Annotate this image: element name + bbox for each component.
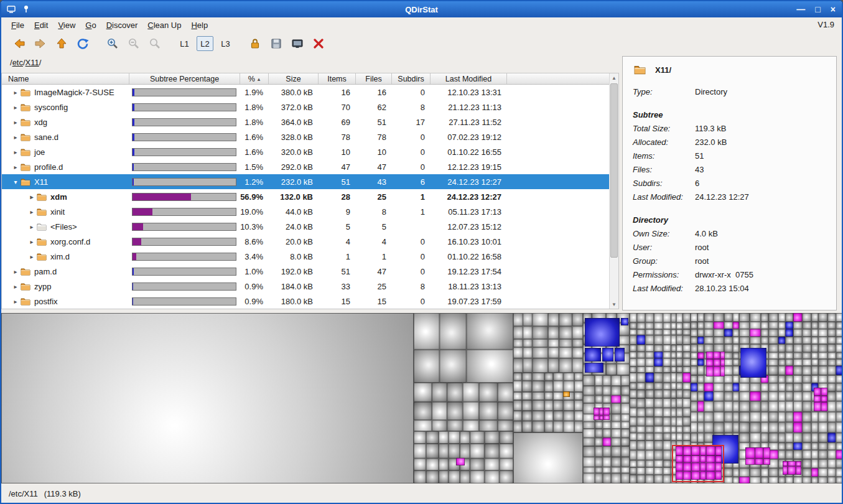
minimize-button[interactable]: — [796, 5, 805, 14]
table-row[interactable]: ▸ xdg 1.8% 364.0 kB 69 51 17 27.11.23 11… [2, 114, 618, 129]
menu-item[interactable]: Help [186, 19, 213, 32]
table-row[interactable]: ▸ xorg.conf.d 8.6% 20.0 kB 4 4 0 16.10.2… [2, 234, 618, 249]
table-row[interactable]: ▸ xdm 56.9% 132.0 kB 28 25 1 24.12.23 12… [2, 189, 618, 204]
files-cell: 15 [356, 294, 392, 309]
menu-item[interactable]: Clean Up [142, 19, 186, 32]
breadcrumb-separator: / [39, 58, 42, 67]
pin-icon[interactable] [21, 4, 31, 14]
expand-arrow-icon[interactable]: ▸ [12, 89, 19, 96]
zoom-reset-button[interactable] [146, 35, 164, 52]
column-header-subtree-percentage[interactable]: Subtree Percentage [129, 73, 240, 84]
close-button[interactable]: × [831, 5, 836, 14]
files-cell: 25 [356, 279, 392, 294]
details-sections: Type: Directory Subtree Total Size: 119.… [633, 85, 826, 296]
column-header-subdirs[interactable]: Subdirs [392, 73, 431, 84]
expand-arrow-icon[interactable]: ▸ [12, 104, 19, 111]
expand-arrow-icon[interactable]: ▸ [28, 223, 35, 230]
expand-arrow-icon[interactable]: ▸ [28, 194, 35, 200]
menu-item-label: Discover [106, 21, 138, 30]
table-row[interactable]: ▸ sane.d 1.6% 328.0 kB 78 78 0 07.02.23 … [2, 129, 618, 144]
files-cell: 51 [356, 114, 392, 129]
file-name: sysconfig [34, 103, 68, 112]
detail-value: Directory [695, 85, 727, 99]
scroll-down-button[interactable]: ▼ [610, 300, 618, 309]
table-row[interactable]: ▸ joe 1.6% 320.0 kB 10 10 0 01.10.22 16:… [2, 144, 618, 159]
forward-button[interactable] [31, 35, 50, 52]
table-row[interactable]: ▸ zypp 0.9% 184.0 kB 33 25 8 18.11.23 13… [2, 279, 618, 294]
table-row[interactable]: ▸ xim.d 3.4% 8.0 kB 1 1 0 01.10.22 16:58 [2, 249, 618, 264]
zoom-out-button[interactable] [124, 35, 143, 52]
column-header-percent[interactable]: %▴ [240, 73, 269, 84]
menu-item[interactable]: Go [80, 19, 101, 32]
back-button[interactable] [10, 35, 29, 52]
refresh-button[interactable] [73, 35, 92, 52]
save-cache-button[interactable] [267, 35, 286, 52]
detail-label: Permissions: [633, 268, 695, 282]
percentage-bar [132, 268, 236, 276]
last-modified-cell: 19.12.23 17:54 [431, 264, 507, 279]
expand-arrow-icon[interactable]: ▸ [28, 208, 35, 215]
table-row[interactable]: ▸ <Files> 10.3% 24.0 kB 5 5 12.07.23 15:… [2, 219, 618, 234]
expand-arrow-icon[interactable]: ▸ [12, 134, 19, 141]
vertical-scrollbar[interactable]: ▲ ▼ [609, 73, 618, 309]
percentage-bar [132, 238, 236, 246]
scrollbar-track[interactable] [610, 82, 618, 300]
expand-arrow-icon[interactable]: ▸ [12, 149, 19, 156]
breadcrumb-link-x11[interactable]: X11 [26, 58, 39, 67]
expand-arrow-icon[interactable]: ▸ [28, 238, 35, 245]
menu-item[interactable]: Discover [101, 19, 143, 32]
table-row[interactable]: ▸ pam.d 1.0% 192.0 kB 51 47 0 19.12.23 1… [2, 264, 618, 279]
level-2-button[interactable]: L2 [197, 36, 213, 51]
last-modified-cell: 24.12.23 12:27 [431, 189, 507, 204]
expand-arrow-icon[interactable]: ▸ [12, 298, 19, 305]
table-row[interactable]: ▾ X11 1.2% 232.0 kB 51 43 6 24.12.23 12:… [2, 174, 618, 189]
size-cell: 364.0 kB [269, 114, 319, 129]
column-header-name[interactable]: Name [2, 73, 129, 84]
table-row[interactable]: ▸ sysconfig 1.8% 372.0 kB 70 62 8 21.12.… [2, 100, 618, 114]
folder-icon [37, 238, 47, 246]
subtree-percentage-cell [129, 204, 240, 219]
level-3-button[interactable]: L3 [217, 36, 234, 51]
table-row[interactable]: ▸ ImageMagick-7-SUSE 1.9% 380.0 kB 16 16… [2, 85, 618, 100]
level-1-button[interactable]: L1 [176, 36, 193, 51]
name-cell: ▸ postfix [2, 294, 129, 309]
scrollbar-thumb[interactable] [610, 83, 618, 258]
column-header-files[interactable]: Files [356, 73, 392, 84]
table-row[interactable]: ▸ postfix 0.9% 180.0 kB 15 15 0 19.07.23… [2, 294, 618, 309]
folder-icon [21, 148, 30, 156]
zoom-in-button[interactable] [103, 35, 122, 52]
folder-icon [37, 253, 47, 261]
detail-value: 232.0 kB [695, 136, 727, 149]
subtree-percentage-cell [129, 100, 240, 114]
treemap-canvas[interactable] [1, 313, 842, 483]
expand-arrow-icon[interactable]: ▾ [12, 179, 19, 185]
window-menu-icon[interactable] [6, 4, 16, 14]
scroll-up-button[interactable]: ▲ [610, 73, 618, 82]
percentage-bar-fill [133, 283, 133, 290]
percentage-bar-fill [133, 238, 141, 245]
unlock-button[interactable] [246, 35, 264, 52]
expand-arrow-icon[interactable]: ▸ [12, 268, 19, 275]
screenshot-button[interactable] [288, 35, 307, 52]
breadcrumb-link-etc[interactable]: etc [12, 58, 23, 67]
column-header-size[interactable]: Size [269, 73, 319, 84]
column-header-last-modified[interactable]: Last Modified [431, 73, 507, 84]
column-header-label: Items [327, 75, 347, 83]
version-label: V1.9 [817, 20, 834, 29]
percent-cell: 1.8% [240, 114, 269, 129]
expand-arrow-icon[interactable]: ▸ [12, 283, 19, 290]
table-row[interactable]: ▸ profile.d 1.5% 292.0 kB 47 47 0 12.12.… [2, 159, 618, 174]
up-button[interactable] [52, 35, 71, 52]
expand-arrow-icon[interactable]: ▸ [12, 164, 19, 170]
column-header-items[interactable]: Items [319, 73, 356, 84]
menu-item[interactable]: File [6, 19, 29, 32]
subtree-percentage-cell [129, 189, 240, 204]
cleanup-delete-button[interactable] [309, 35, 328, 52]
table-row[interactable]: ▸ xinit 19.0% 44.0 kB 9 8 1 05.11.23 17:… [2, 204, 618, 219]
expand-arrow-icon[interactable]: ▸ [28, 253, 35, 260]
menu-item[interactable]: Edit [29, 19, 53, 32]
menu-item[interactable]: View [53, 19, 80, 32]
expand-arrow-icon[interactable]: ▸ [12, 119, 19, 126]
items-cell: 47 [319, 159, 356, 174]
maximize-button[interactable]: □ [815, 5, 820, 14]
